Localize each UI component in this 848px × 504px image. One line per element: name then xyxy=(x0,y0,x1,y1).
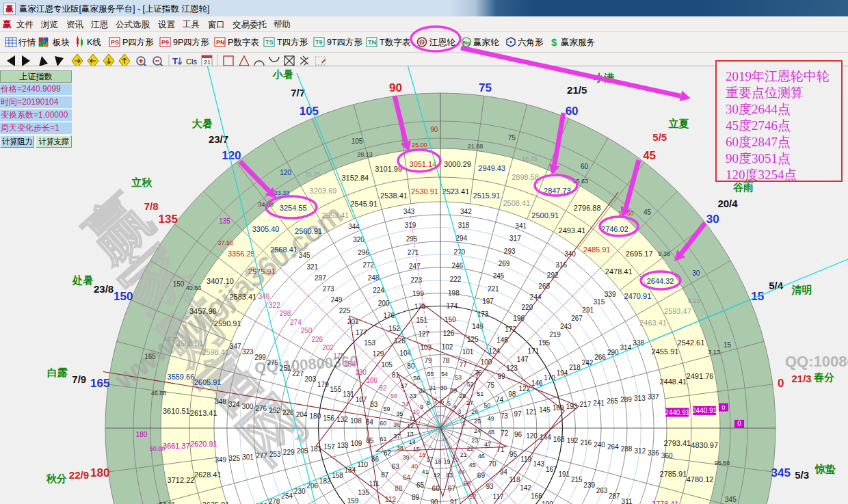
svg-text:178: 178 xyxy=(333,352,345,360)
svg-text:60: 60 xyxy=(566,105,579,118)
svg-text:349: 349 xyxy=(215,456,226,464)
svg-text:118: 118 xyxy=(509,476,520,483)
svg-text:3457.96: 3457.96 xyxy=(189,307,217,315)
svg-text:33.33: 33.33 xyxy=(274,189,290,196)
svg-text:60: 60 xyxy=(380,420,386,427)
svg-text:2778.41: 2778.41 xyxy=(652,500,679,504)
svg-text:102: 102 xyxy=(442,343,453,351)
svg-text:314: 314 xyxy=(620,344,632,352)
svg-text:2593.47: 2593.47 xyxy=(664,307,691,315)
svg-text:311: 311 xyxy=(622,498,633,504)
svg-text:297: 297 xyxy=(315,274,326,282)
svg-text:59: 59 xyxy=(383,406,390,412)
svg-text:96.88: 96.88 xyxy=(715,460,730,466)
svg-text:345: 345 xyxy=(299,252,310,259)
svg-text:120: 120 xyxy=(222,149,241,162)
svg-text:313: 313 xyxy=(634,395,646,402)
svg-text:2583.41: 2583.41 xyxy=(229,293,256,301)
svg-text:2478.41: 2478.41 xyxy=(605,267,633,276)
svg-text:253: 253 xyxy=(269,451,281,458)
svg-text:13: 13 xyxy=(407,431,414,438)
svg-text:21: 21 xyxy=(460,451,467,458)
svg-text:272: 272 xyxy=(362,261,374,269)
svg-text:2448.41: 2448.41 xyxy=(659,377,687,386)
svg-text:2463.41: 2463.41 xyxy=(639,319,667,327)
svg-text:143: 143 xyxy=(533,460,544,468)
svg-text:35: 35 xyxy=(396,410,403,417)
svg-text:28.13: 28.13 xyxy=(357,151,373,158)
svg-text:91: 91 xyxy=(450,499,458,504)
svg-text:23/8: 23/8 xyxy=(94,283,114,295)
svg-text:9.38: 9.38 xyxy=(658,250,670,257)
svg-text:264: 264 xyxy=(607,443,619,451)
svg-text:18.75: 18.75 xyxy=(522,155,538,162)
svg-text:3508.81: 3508.81 xyxy=(176,339,204,347)
svg-text:77: 77 xyxy=(459,361,467,369)
svg-text:293: 293 xyxy=(504,248,516,255)
svg-text:276: 276 xyxy=(255,405,267,412)
svg-text:246: 246 xyxy=(451,262,463,269)
svg-text:88: 88 xyxy=(395,485,403,492)
svg-text:2500.91: 2500.91 xyxy=(531,211,559,220)
svg-text:158: 158 xyxy=(332,472,343,479)
svg-text:108: 108 xyxy=(350,417,362,425)
svg-text:317: 317 xyxy=(509,235,521,242)
svg-text:301: 301 xyxy=(242,453,254,461)
svg-text:245: 245 xyxy=(493,272,505,280)
svg-text:3305.40: 3305.40 xyxy=(252,225,280,233)
svg-text:3.13: 3.13 xyxy=(708,349,720,356)
svg-text:5/5: 5/5 xyxy=(652,131,667,143)
svg-text:109: 109 xyxy=(351,440,362,447)
svg-text:202: 202 xyxy=(322,344,334,352)
svg-text:75: 75 xyxy=(479,81,492,94)
svg-text:318: 318 xyxy=(458,222,470,229)
svg-text:60: 60 xyxy=(581,163,589,170)
svg-text:342: 342 xyxy=(460,208,472,215)
svg-text:217: 217 xyxy=(580,401,592,408)
svg-text:36: 36 xyxy=(393,421,400,428)
svg-text:156: 156 xyxy=(323,414,334,422)
svg-text:21/5: 21/5 xyxy=(567,84,587,96)
svg-text:41: 41 xyxy=(421,468,428,475)
svg-text:2440.91: 2440.91 xyxy=(692,407,717,414)
svg-text:3661.37: 3661.37 xyxy=(163,442,190,450)
svg-text:69: 69 xyxy=(477,472,486,479)
svg-text:241: 241 xyxy=(593,399,605,407)
svg-text:75: 75 xyxy=(487,382,495,389)
svg-text:150: 150 xyxy=(114,290,133,303)
svg-text:101: 101 xyxy=(462,348,474,356)
svg-text:174: 174 xyxy=(446,302,458,310)
svg-text:229: 229 xyxy=(283,449,295,456)
svg-text:97: 97 xyxy=(514,410,522,418)
svg-text:52: 52 xyxy=(467,381,474,388)
svg-text:299: 299 xyxy=(254,354,266,361)
svg-text:324: 324 xyxy=(228,401,240,408)
svg-text:43.75: 43.75 xyxy=(163,336,179,343)
svg-text:165: 165 xyxy=(90,377,109,390)
svg-text:2530.91: 2530.91 xyxy=(411,187,438,196)
svg-text:2628.41: 2628.41 xyxy=(194,470,222,479)
svg-text:QQ:100800360: QQ:100800360 xyxy=(785,353,848,370)
svg-text:267: 267 xyxy=(571,315,583,322)
svg-text:268: 268 xyxy=(538,282,550,290)
svg-text:48: 48 xyxy=(488,429,494,436)
svg-text:105: 105 xyxy=(352,137,363,145)
svg-text:37.50: 37.50 xyxy=(218,239,234,246)
svg-text:200: 200 xyxy=(378,300,390,307)
svg-text:45: 45 xyxy=(644,209,652,216)
svg-text:296: 296 xyxy=(358,249,369,256)
svg-text:191: 191 xyxy=(558,470,570,478)
svg-text:165: 165 xyxy=(144,353,156,360)
svg-text:167: 167 xyxy=(546,466,557,473)
svg-text:2538.41: 2538.41 xyxy=(380,191,408,200)
svg-text:31: 31 xyxy=(429,384,436,391)
svg-text:2545.91: 2545.91 xyxy=(350,200,377,208)
svg-text:3559.66: 3559.66 xyxy=(168,373,195,381)
svg-text:341: 341 xyxy=(515,222,527,230)
svg-text:312: 312 xyxy=(635,447,646,455)
svg-text:263: 263 xyxy=(596,487,608,494)
svg-text:243: 243 xyxy=(560,323,572,330)
svg-text:226: 226 xyxy=(311,336,323,343)
svg-text:70: 70 xyxy=(489,460,497,468)
svg-text:348: 348 xyxy=(215,398,226,406)
